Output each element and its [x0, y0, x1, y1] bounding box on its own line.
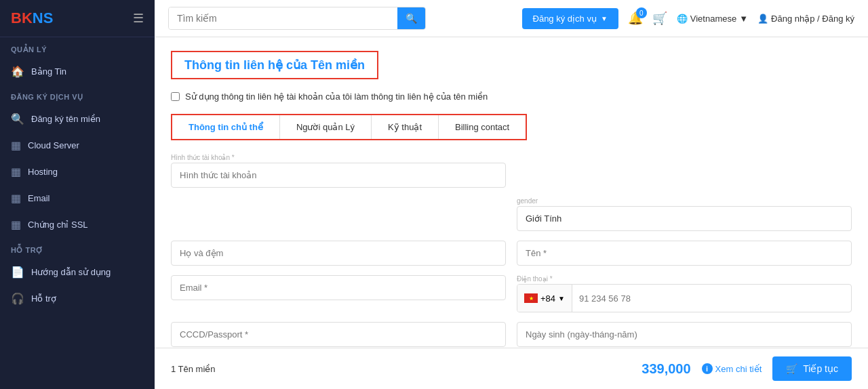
hamburger-icon[interactable]: ☰ — [133, 11, 144, 26]
sidebar-item-label: Đăng ký tên miền — [31, 114, 100, 124]
sidebar-item-label: Email — [28, 193, 50, 203]
tab-chu-the[interactable]: Thông tin chủ thể — [172, 115, 280, 139]
logo: BKNS — [11, 9, 53, 27]
continue-button[interactable]: 🛒 Tiếp tục — [772, 356, 852, 381]
hinh-thuc-label: Hình thức tài khoản * — [171, 154, 506, 161]
cccd-group — [171, 322, 506, 347]
contact-tabs: Thông tin chủ thể Người quản Lý Kỹ thuật… — [171, 114, 527, 140]
phone-code: +84 — [540, 293, 555, 304]
section-label-ho-tro: HỖ TRỢ — [0, 238, 155, 259]
form-row-name — [171, 241, 852, 266]
user-icon: 👤 — [757, 14, 768, 24]
support-icon: 🎧 — [11, 292, 24, 305]
page-title: Thông tin liên hệ của Tên miền — [184, 58, 365, 73]
notification-button[interactable]: 🔔 0 — [628, 11, 643, 26]
form-row-gender: gender Giới Tính Nam Nữ — [171, 197, 852, 231]
tab-ky-thuat[interactable]: Kỹ thuật — [372, 115, 439, 139]
hinh-thuc-group: Hình thức tài khoản * — [171, 154, 506, 188]
dob-input[interactable] — [517, 322, 852, 347]
use-account-info-checkbox[interactable] — [171, 92, 180, 101]
form-row-email-phone: Điện thoại * +84 ▼ — [171, 275, 852, 312]
sidebar-item-ssl[interactable]: ▦ Chứng chỉ SSL — [0, 211, 155, 238]
sidebar-item-label: Hướng dẫn sử dụng — [31, 267, 111, 277]
form-row-cccd-dob — [171, 322, 852, 347]
sidebar-item-dang-ky-ten-mien[interactable]: 🔍 Đăng ký tên miền — [0, 106, 155, 132]
section-label-quan-ly: QUẢN LÝ — [0, 37, 155, 58]
sidebar-item-hosting[interactable]: ▦ Hosting — [0, 159, 155, 185]
vietnam-flag-icon — [524, 293, 538, 303]
page-content: Thông tin liên hệ của Tên miền Sử dụng t… — [155, 37, 868, 348]
sidebar-item-label: Chứng chỉ SSL — [28, 220, 88, 230]
gender-label: gender — [517, 197, 852, 205]
phone-country-selector[interactable]: +84 ▼ — [517, 285, 572, 312]
tab-billing[interactable]: Billing contact — [439, 115, 526, 139]
search-bar: 🔍 — [168, 7, 426, 30]
sidebar: BKNS ☰ QUẢN LÝ 🏠 Bảng Tin ĐĂNG KÝ DỊCH V… — [0, 0, 155, 389]
sidebar-item-bang-tin[interactable]: 🏠 Bảng Tin — [0, 58, 155, 85]
sidebar-item-huong-dan[interactable]: 📄 Hướng dẫn sử dụng — [0, 259, 155, 285]
footer-bar: 1 Tên miền 339,000 i Xem chi tiết 🛒 Tiếp… — [155, 348, 868, 389]
detail-label: Xem chi tiết — [715, 364, 762, 374]
globe-icon: 🌐 — [677, 14, 688, 24]
sidebar-item-label: Hỗ trợ — [31, 293, 56, 304]
phone-label: Điện thoại * — [517, 275, 852, 283]
tab-quan-ly[interactable]: Người quản Lý — [280, 115, 372, 139]
phone-number-input[interactable] — [572, 288, 851, 309]
cart-button[interactable]: 🛒 — [652, 11, 667, 26]
sidebar-logo: BKNS ☰ — [0, 0, 155, 37]
use-account-info-row: Sử dụng thông tin liên hệ tài khoản của … — [171, 91, 852, 102]
search-input[interactable] — [169, 7, 397, 29]
gender-group: gender Giới Tính Nam Nữ — [517, 197, 852, 231]
cccd-input[interactable] — [171, 322, 506, 347]
notification-badge: 0 — [636, 7, 647, 18]
ten-input[interactable] — [517, 241, 852, 266]
info-icon: i — [702, 363, 713, 374]
sidebar-item-label: Hosting — [28, 167, 58, 177]
section-title-box: Thông tin liên hệ của Tên miền — [171, 51, 378, 79]
user-label: Đăng nhập / Đăng ký — [771, 14, 854, 24]
sidebar-item-label: Bảng Tin — [31, 66, 66, 77]
guide-icon: 📄 — [11, 266, 24, 279]
sidebar-item-cloud-server[interactable]: ▦ Cloud Server — [0, 132, 155, 159]
search-icon: 🔍 — [11, 112, 24, 125]
cart-icon: 🛒 — [786, 363, 797, 374]
home-icon: 🏠 — [11, 65, 24, 78]
user-account-button[interactable]: 👤 Đăng nhập / Đăng ký — [757, 14, 854, 24]
ten-group — [517, 241, 852, 266]
logo-ns: NS — [33, 9, 54, 26]
section-label-dang-ky: ĐĂNG KÝ DỊCH VỤ — [0, 85, 155, 106]
continue-label: Tiếp tục — [803, 363, 838, 374]
chevron-down-icon: ▼ — [739, 14, 748, 24]
email-icon: ▦ — [11, 192, 21, 205]
sidebar-item-support[interactable]: 🎧 Hỗ trợ — [0, 285, 155, 312]
use-account-info-label: Sử dụng thông tin liên hệ tài khoản của … — [185, 91, 488, 102]
email-input[interactable] — [171, 275, 506, 300]
hinh-thuc-input[interactable] — [171, 163, 506, 188]
form-row-hinh-thuc: Hình thức tài khoản * — [171, 154, 852, 188]
main: 🔍 Đăng ký dịch vụ ▼ 🔔 0 🛒 🌐 Vietnamese ▼… — [155, 0, 868, 389]
price-display: 339,000 — [642, 361, 690, 377]
gender-select[interactable]: Giới Tính Nam Nữ — [517, 206, 852, 231]
phone-group: Điện thoại * +84 ▼ — [517, 275, 852, 312]
search-button[interactable]: 🔍 — [397, 7, 425, 29]
register-service-button[interactable]: Đăng ký dịch vụ ▼ — [522, 8, 618, 29]
header: 🔍 Đăng ký dịch vụ ▼ 🔔 0 🛒 🌐 Vietnamese ▼… — [155, 0, 868, 37]
ssl-icon: ▦ — [11, 218, 21, 231]
language-label: Vietnamese — [690, 14, 736, 24]
domain-count: 1 Tên miền — [171, 364, 216, 374]
server-icon: ▦ — [11, 139, 21, 152]
phone-row: +84 ▼ — [517, 284, 852, 312]
detail-link[interactable]: i Xem chi tiết — [702, 363, 762, 374]
sidebar-item-label: Cloud Server — [28, 140, 79, 150]
chevron-down-icon: ▼ — [601, 15, 608, 22]
sidebar-item-email[interactable]: ▦ Email — [0, 185, 155, 211]
language-selector[interactable]: 🌐 Vietnamese ▼ — [677, 14, 748, 24]
ho-va-dem-group — [171, 241, 506, 266]
email-group — [171, 275, 506, 312]
dob-group — [517, 322, 852, 347]
hosting-icon: ▦ — [11, 165, 21, 178]
logo-bk: BK — [11, 9, 33, 26]
ho-va-dem-input[interactable] — [171, 241, 506, 266]
header-right: Đăng ký dịch vụ ▼ 🔔 0 🛒 🌐 Vietnamese ▼ 👤… — [522, 8, 854, 29]
phone-dropdown-icon: ▼ — [558, 295, 565, 302]
